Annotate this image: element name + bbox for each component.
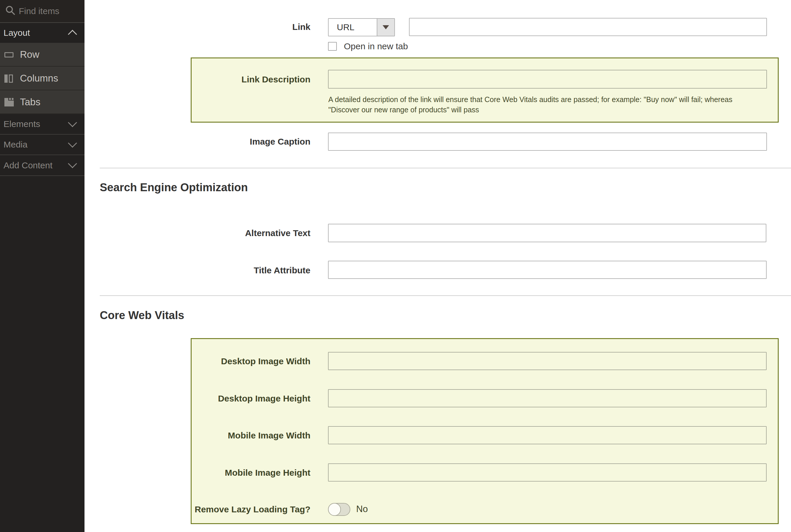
link-description-help: A detailed description of the link will … — [328, 94, 732, 115]
link-type-selected-value: URL — [328, 19, 377, 36]
panel-search-row — [0, 0, 84, 23]
link-url-input[interactable] — [409, 18, 767, 36]
alternative-text-input[interactable] — [328, 224, 766, 242]
desktop-image-width-input[interactable] — [328, 352, 767, 370]
chevron-down-icon — [68, 138, 77, 148]
link-label: Link — [188, 22, 310, 32]
alternative-text-label: Alternative Text — [188, 228, 310, 238]
remove-lazy-loading-label: Remove Lazy Loading Tag? — [188, 505, 310, 514]
columns-icon — [4, 75, 14, 83]
link-description-label: Link Description — [188, 75, 310, 84]
mobile-image-width-label: Mobile Image Width — [188, 431, 310, 440]
tabs-icon — [4, 98, 14, 107]
image-caption-input[interactable] — [328, 133, 767, 151]
section-divider — [100, 168, 791, 168]
chevron-down-icon — [68, 159, 77, 168]
sidebar-section-add-content-label: Add Content — [3, 160, 53, 170]
desktop-image-height-input[interactable] — [328, 389, 767, 407]
search-icon — [5, 5, 16, 16]
page-builder-editor: Layout Row Columns Tabs Elements Media A… — [0, 0, 791, 532]
title-attribute-label: Title Attribute — [188, 265, 310, 276]
image-caption-label: Image Caption — [188, 137, 310, 147]
sidebar-section-media-label: Media — [3, 139, 27, 150]
link-type-select[interactable]: URL — [328, 18, 395, 36]
sidebar-item-tabs-label: Tabs — [20, 96, 40, 108]
mobile-image-width-input[interactable] — [328, 426, 767, 444]
core-web-vitals-heading: Core Web Vitals — [100, 308, 184, 322]
dropdown-arrow-button[interactable] — [377, 19, 394, 36]
mobile-image-height-input[interactable] — [328, 463, 767, 481]
link-description-help-line1: A detailed description of the link will … — [328, 94, 732, 105]
mobile-image-height-label: Mobile Image Height — [188, 468, 310, 478]
sidebar-section-elements[interactable]: Elements — [0, 114, 84, 135]
dropdown-arrow-icon — [382, 25, 389, 29]
open-new-tab-checkbox[interactable] — [328, 42, 337, 51]
sidebar-section-elements-label: Elements — [3, 119, 40, 129]
chevron-up-icon — [68, 30, 77, 39]
sidebar-section-layout-label: Layout — [3, 28, 30, 38]
toggle-value-label: No — [356, 504, 368, 514]
sidebar-section-media[interactable]: Media — [0, 135, 84, 155]
sidebar-item-columns-label: Columns — [20, 73, 58, 84]
seo-heading: Search Engine Optimization — [100, 180, 248, 194]
sidebar-item-row[interactable]: Row — [0, 43, 84, 66]
title-attribute-input[interactable] — [328, 261, 767, 279]
chevron-down-icon — [68, 118, 77, 127]
sidebar-section-add-content[interactable]: Add Content — [0, 155, 84, 176]
lazy-loading-toggle[interactable] — [328, 503, 350, 516]
section-divider — [100, 295, 791, 296]
sidebar-section-layout[interactable]: Layout — [0, 23, 84, 43]
desktop-image-width-label: Desktop Image Width — [188, 356, 310, 366]
desktop-image-height-label: Desktop Image Height — [188, 394, 310, 403]
sidebar-item-tabs[interactable]: Tabs — [0, 90, 84, 114]
sidebar-item-row-label: Row — [20, 49, 39, 60]
open-new-tab-label: Open in new tab — [344, 42, 408, 51]
element-panel-sidebar: Layout Row Columns Tabs Elements Media A… — [0, 0, 84, 532]
panel-search-input[interactable] — [19, 5, 80, 18]
sidebar-item-columns[interactable]: Columns — [0, 66, 84, 90]
link-description-help-line2: "Discover our new range of products" wil… — [328, 105, 732, 115]
link-description-input[interactable] — [328, 70, 767, 89]
toggle-knob-icon — [328, 503, 341, 516]
row-icon — [4, 52, 14, 57]
